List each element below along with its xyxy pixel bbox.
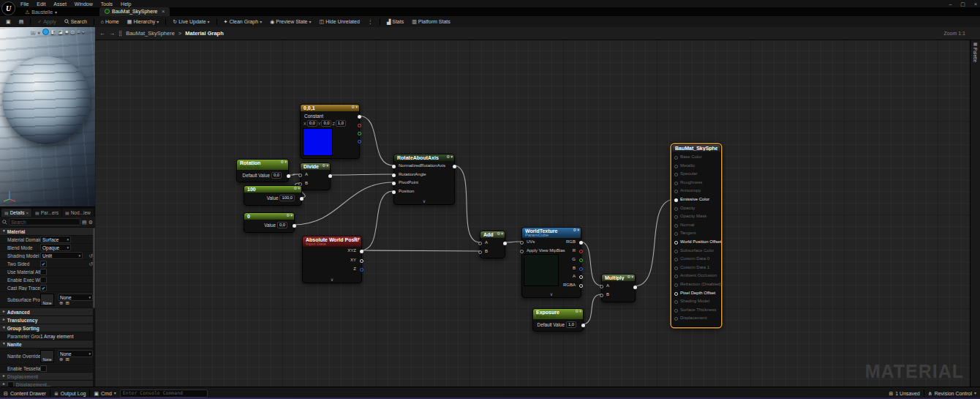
pin-rgb[interactable] bbox=[579, 241, 583, 245]
pin-wpo[interactable] bbox=[674, 241, 678, 245]
vector-value-field[interactable]: 0,0 bbox=[307, 120, 317, 127]
shape-cube-icon[interactable]: ■ bbox=[65, 29, 68, 34]
asset-thumbnail[interactable]: None bbox=[40, 294, 54, 306]
details-search-input[interactable] bbox=[9, 218, 80, 225]
shape-plane-icon[interactable]: ◪ bbox=[58, 29, 63, 34]
gear-icon[interactable]: ⚙ bbox=[627, 275, 630, 280]
pin-pivot[interactable] bbox=[392, 182, 396, 185]
breadcrumb-asset[interactable]: BauMat_SkySphere bbox=[126, 30, 175, 37]
live-update-button[interactable]: ↻ Live Update ▾ bbox=[170, 19, 212, 24]
node-value-field[interactable]: 100,0 bbox=[279, 195, 295, 201]
tab-level[interactable]: ⚠ Baustelle ▾ bbox=[19, 9, 63, 16]
close-tab-icon[interactable]: × bbox=[26, 211, 29, 215]
pin-out[interactable] bbox=[633, 286, 637, 289]
pin-a[interactable] bbox=[600, 285, 603, 288]
asset-thumbnail[interactable]: None bbox=[40, 350, 54, 362]
unsaved-indicator[interactable]: ⊞ 1 Unsaved bbox=[889, 391, 919, 396]
details-tab-parers[interactable]: ▤Par...ers bbox=[32, 209, 61, 217]
pin-out[interactable] bbox=[293, 224, 296, 228]
pin-rr[interactable] bbox=[579, 250, 583, 253]
settings-gear-icon[interactable]: ⚙ bbox=[88, 220, 93, 225]
property-select[interactable]: Unlit▾ bbox=[40, 252, 83, 259]
stats-button[interactable]: ▟ Stats bbox=[384, 19, 407, 24]
node-raa[interactable]: RotateAboutAxis⚙▾NormalizedRotationAxisR… bbox=[393, 154, 455, 205]
property-checkbox[interactable] bbox=[40, 269, 47, 275]
shape-teapot-icon[interactable]: ◍ bbox=[70, 29, 75, 34]
forward-arrow-icon[interactable]: → bbox=[109, 31, 115, 37]
pin-b[interactable] bbox=[600, 294, 603, 297]
pin-thickness[interactable] bbox=[674, 309, 678, 313]
pin-gg[interactable] bbox=[579, 258, 583, 262]
pin-displacement[interactable] bbox=[674, 317, 678, 321]
node-awp[interactable]: Absolute World PositionInput Data⚙▾XYZXY… bbox=[302, 236, 362, 283]
pin-g[interactable] bbox=[358, 132, 361, 135]
pin-pdo[interactable] bbox=[674, 292, 678, 296]
section-header-group-sorting[interactable]: ▾Group Sorting bbox=[0, 324, 95, 332]
node-exposure[interactable]: ExposureParam (1)⚙▾Default Value1,0 bbox=[532, 308, 584, 332]
shape-sphere-icon[interactable] bbox=[42, 29, 49, 35]
collapse-icon[interactable]: ▾ bbox=[298, 187, 300, 191]
property-select[interactable]: Surface▾ bbox=[40, 236, 71, 243]
platform-stats-button[interactable]: ▥ Platform Stats bbox=[409, 19, 453, 24]
vector-value-field[interactable]: 1,0 bbox=[336, 120, 346, 127]
pin-xyz[interactable] bbox=[360, 250, 363, 253]
pin-out[interactable] bbox=[287, 174, 290, 178]
pin-custom1[interactable] bbox=[674, 266, 678, 270]
pin-mip[interactable] bbox=[520, 250, 524, 253]
collapse-icon[interactable]: ▾ bbox=[631, 275, 633, 280]
vector-value-field[interactable]: 0,0 bbox=[321, 120, 331, 127]
home-button[interactable]: ⌂ Home bbox=[98, 19, 122, 24]
pin-r[interactable] bbox=[358, 124, 361, 127]
pin-ao[interactable] bbox=[674, 275, 678, 278]
pin-a[interactable] bbox=[478, 242, 482, 245]
section-header-nanite[interactable]: ▾Nanite bbox=[0, 340, 95, 348]
back-arrow-icon[interactable]: ← bbox=[99, 31, 105, 37]
content-drawer-button[interactable]: ⊟ Content Drawer bbox=[4, 391, 46, 396]
collapse-icon[interactable]: ▾ bbox=[577, 228, 579, 233]
pin-out[interactable] bbox=[453, 165, 456, 168]
display-filter-icon[interactable]: ▤ bbox=[82, 220, 87, 225]
browse-to-asset-icon[interactable]: ▤ bbox=[16, 19, 27, 24]
menu-window[interactable]: Window bbox=[75, 1, 93, 7]
kebab-menu-icon[interactable]: ⋮ bbox=[365, 19, 376, 24]
pin-out[interactable] bbox=[300, 197, 304, 201]
pin-emissive[interactable] bbox=[674, 198, 678, 202]
clean-graph-button[interactable]: ✦ Clean Graph ▾ bbox=[221, 19, 265, 24]
pin-refraction[interactable] bbox=[674, 283, 678, 287]
pin-opacity[interactable] bbox=[674, 207, 678, 211]
gear-icon[interactable]: ⚙ bbox=[293, 187, 297, 191]
preview-state-button[interactable]: ◉ Preview State ▾ bbox=[267, 19, 314, 24]
gear-icon[interactable]: ⚙ bbox=[280, 160, 284, 165]
gear-icon[interactable]: ⚙ bbox=[353, 237, 357, 242]
pin-out[interactable] bbox=[581, 324, 585, 327]
viewport-menu-icon[interactable]: ≡ bbox=[77, 29, 80, 34]
node-rotation[interactable]: RotationParam (0)⚙▾Default Value0,0 bbox=[236, 159, 289, 182]
browse-asset-icon[interactable]: ⊞ bbox=[65, 301, 69, 306]
gear-icon[interactable]: ⚙ bbox=[322, 164, 325, 168]
save-icon[interactable]: ▣ bbox=[3, 19, 14, 24]
pin-out[interactable] bbox=[503, 242, 507, 245]
apply-button[interactable]: ✓ Apply bbox=[34, 19, 59, 24]
pin-metallic[interactable] bbox=[674, 165, 678, 168]
viewport-options-icon[interactable]: ▤ bbox=[31, 29, 36, 34]
property-checkbox[interactable]: ✔ bbox=[40, 285, 47, 291]
node-value-field[interactable]: 0,0 bbox=[277, 222, 287, 228]
pin-angle[interactable] bbox=[392, 174, 396, 177]
search-button[interactable]: Search bbox=[61, 19, 90, 24]
pin-subsurface[interactable] bbox=[674, 250, 678, 253]
close-window-icon[interactable]: × bbox=[974, 1, 977, 7]
menu-file[interactable]: File bbox=[20, 1, 29, 7]
asset-select[interactable]: None▾ bbox=[58, 350, 93, 357]
pin-tangent[interactable] bbox=[674, 232, 678, 236]
shape-cylinder-icon[interactable]: ◧ bbox=[51, 29, 56, 34]
preview-viewport[interactable]: ▤ ▾ ◧ ◪ ■ ◍ ≡ ▾ bbox=[0, 27, 96, 206]
section-header-material[interactable]: ▾Material bbox=[0, 228, 95, 236]
node-value-field[interactable]: 1,0 bbox=[566, 321, 576, 328]
gear-icon[interactable]: ⚙ bbox=[497, 232, 500, 236]
pin-uvs[interactable] bbox=[520, 241, 524, 245]
asset-select[interactable]: None▾ bbox=[58, 294, 93, 301]
gear-icon[interactable]: ⚙ bbox=[351, 105, 355, 110]
section-header-translucency[interactable]: ▸Translucency bbox=[0, 316, 95, 324]
node-divide[interactable]: Divide⚙▾AB bbox=[300, 163, 331, 190]
pin-anisotropy[interactable] bbox=[674, 190, 678, 193]
